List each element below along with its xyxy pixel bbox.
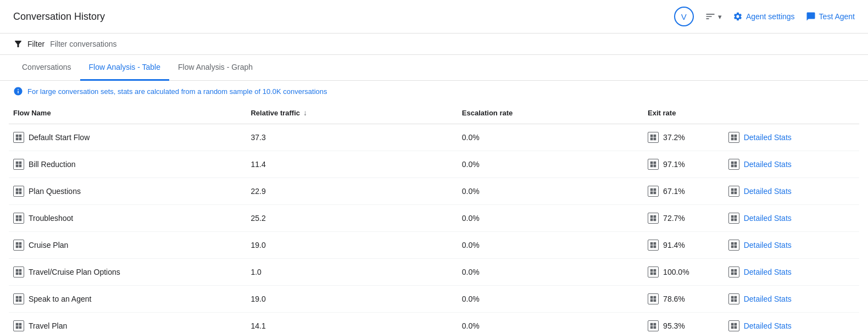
exit-rate-table-icon[interactable] — [648, 240, 659, 251]
exit-rate-table-icon[interactable] — [648, 132, 659, 143]
flow-name-cell: Cruise Plan — [9, 232, 246, 259]
col-header-actions — [787, 102, 859, 124]
escalation-rate-value: 0.0% — [462, 295, 480, 303]
relative-traffic-cell: 25.2 — [246, 205, 457, 232]
exit-rate-table-icon[interactable] — [648, 267, 659, 278]
info-icon — [13, 86, 23, 96]
flow-name-text: Plan Questions — [29, 187, 81, 196]
relative-traffic-value: 25.2 — [251, 214, 265, 223]
relative-traffic-value: 1.0 — [251, 268, 261, 276]
flow-name-cell: Travel Plan — [9, 313, 246, 334]
tab-flow-analysis-graph[interactable]: Flow Analysis - Graph — [169, 55, 261, 81]
flow-name-cell: Travel/Cruise Plan Options — [9, 259, 246, 286]
detailed-stats-link[interactable]: Detailed Stats — [744, 160, 792, 169]
flow-name-table-icon[interactable] — [13, 159, 24, 170]
detailed-stats-link[interactable]: Detailed Stats — [744, 133, 792, 142]
escalation-rate-cell: 0.0% — [458, 151, 643, 178]
flow-name-text: Speak to an Agent — [29, 295, 91, 303]
actions-cell: Detailed Stats — [787, 286, 796, 312]
escalation-rate-cell: 0.0% — [458, 232, 643, 259]
app-header: Conversation History V ▾ Agent settings … — [0, 0, 868, 34]
agent-settings-button[interactable]: Agent settings — [733, 12, 795, 21]
exit-rate-table-icon[interactable] — [648, 320, 659, 331]
flow-name-table-icon[interactable] — [13, 213, 24, 224]
detailed-stats-table-icon[interactable] — [728, 132, 739, 143]
flow-name-table-icon[interactable] — [13, 186, 24, 197]
actions-cell: Detailed Stats — [787, 313, 796, 333]
actions-cell: Detailed Stats — [787, 205, 796, 231]
sort-button[interactable]: ▾ — [705, 11, 722, 22]
actions-cell: Detailed Stats — [787, 259, 796, 285]
relative-traffic-value: 19.0 — [251, 241, 265, 249]
escalation-rate-cell: 0.0% — [458, 286, 643, 313]
test-agent-button[interactable]: Test Agent — [806, 12, 855, 21]
exit-rate-table-icon[interactable] — [648, 213, 659, 224]
detailed-stats-table-icon[interactable] — [728, 320, 739, 331]
col-header-escalation-rate: Escalation rate — [458, 102, 643, 124]
detailed-stats-table-icon[interactable] — [728, 293, 739, 304]
flow-name-text: Bill Reduction — [29, 160, 76, 169]
detailed-stats-link[interactable]: Detailed Stats — [744, 214, 792, 223]
relative-traffic-cell: 14.1 — [246, 313, 457, 334]
detailed-stats-table-icon[interactable] — [728, 240, 739, 251]
avatar[interactable]: V — [674, 7, 694, 26]
flow-name-table-icon[interactable] — [13, 240, 24, 251]
flow-name-table-icon[interactable] — [13, 132, 24, 143]
relative-traffic-cell: 22.9 — [246, 178, 457, 205]
detailed-stats-table-icon[interactable] — [728, 213, 739, 224]
escalation-rate-value: 0.0% — [462, 187, 480, 196]
flow-analysis-table: Flow Name Relative traffic ↓ Escalation … — [0, 102, 868, 333]
exit-rate-value: 91.4% — [663, 241, 685, 249]
flow-name-table-icon[interactable] — [13, 293, 24, 304]
escalation-rate-value: 0.0% — [462, 241, 480, 249]
flow-name-table-icon[interactable] — [13, 320, 24, 331]
escalation-rate-value: 0.0% — [462, 133, 480, 142]
agent-settings-label: Agent settings — [746, 12, 795, 21]
escalation-rate-cell: 0.0% — [458, 313, 643, 334]
tab-bar: Conversations Flow Analysis - Table Flow… — [0, 55, 868, 81]
relative-traffic-cell: 11.4 — [246, 151, 457, 178]
tab-flow-analysis-table[interactable]: Flow Analysis - Table — [80, 55, 169, 81]
exit-rate-table-icon[interactable] — [648, 186, 659, 197]
detailed-stats-link[interactable]: Detailed Stats — [744, 268, 792, 276]
flow-name-cell: Bill Reduction — [9, 151, 246, 178]
escalation-rate-value: 0.0% — [462, 160, 480, 169]
flow-name-text: Cruise Plan — [29, 241, 68, 249]
flow-name-text: Troubleshoot — [29, 214, 73, 223]
detailed-stats-table-icon[interactable] — [728, 186, 739, 197]
chevron-down-icon: ▾ — [718, 13, 722, 21]
escalation-rate-value: 0.0% — [462, 321, 480, 330]
exit-rate-value: 100.0% — [663, 268, 689, 276]
exit-rate-value: 95.3% — [663, 321, 685, 330]
chat-icon — [806, 12, 816, 21]
escalation-rate-value: 0.0% — [462, 268, 480, 276]
flow-name-table-icon[interactable] — [13, 267, 24, 278]
exit-rate-table-icon[interactable] — [648, 159, 659, 170]
detailed-stats-link[interactable]: Detailed Stats — [744, 241, 792, 249]
table-row: Default Start Flow 37.3 0.0% 37.2% Detai… — [9, 124, 859, 151]
exit-rate-value: 72.7% — [663, 214, 685, 223]
relative-traffic-value: 11.4 — [251, 160, 265, 169]
detailed-stats-link[interactable]: Detailed Stats — [744, 295, 792, 303]
filter-icon — [13, 39, 23, 49]
tab-conversations[interactable]: Conversations — [13, 55, 80, 81]
col-header-exit-rate: Exit rate — [643, 102, 787, 124]
relative-traffic-cell: 19.0 — [246, 286, 457, 313]
col-header-flow-name: Flow Name — [9, 102, 246, 124]
gear-icon — [733, 12, 743, 21]
exit-rate-table-icon[interactable] — [648, 293, 659, 304]
table-row: Travel/Cruise Plan Options 1.0 0.0% 100.… — [9, 259, 859, 286]
relative-traffic-value: 37.3 — [251, 133, 265, 142]
detailed-stats-table-icon[interactable] — [728, 267, 739, 278]
relative-traffic-cell: 19.0 — [246, 232, 457, 259]
col-header-relative-traffic[interactable]: Relative traffic ↓ — [246, 102, 457, 124]
table-row: Bill Reduction 11.4 0.0% 97.1% Detailed … — [9, 151, 859, 178]
flow-name-text: Default Start Flow — [29, 133, 90, 142]
relative-traffic-value: 14.1 — [251, 321, 265, 330]
flow-name-text: Travel Plan — [29, 321, 67, 330]
detailed-stats-link[interactable]: Detailed Stats — [744, 321, 792, 330]
actions-cell: Detailed Stats — [787, 178, 796, 204]
detailed-stats-table-icon[interactable] — [728, 159, 739, 170]
table-row: Cruise Plan 19.0 0.0% 91.4% Detailed Sta… — [9, 232, 859, 259]
detailed-stats-link[interactable]: Detailed Stats — [744, 187, 792, 196]
